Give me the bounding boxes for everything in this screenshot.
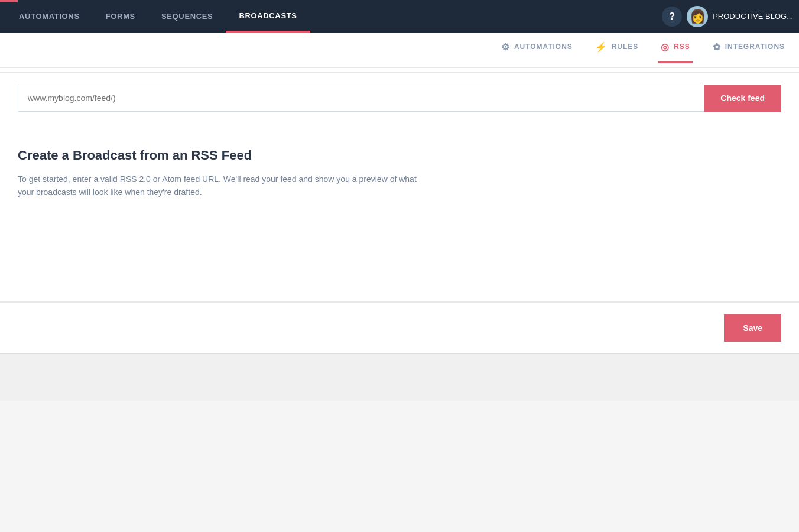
sub-nav-integrations[interactable]: ✿ INTEGRATIONS bbox=[710, 33, 787, 63]
feed-row: Check feed bbox=[18, 85, 781, 112]
sub-nav-automations[interactable]: ⚙ AUTOMATIONS bbox=[499, 33, 575, 63]
save-area: Save bbox=[0, 302, 799, 353]
page-footer bbox=[0, 353, 799, 401]
content-title: Create a Broadcast from an RSS Feed bbox=[18, 148, 781, 163]
main-content: Create a Broadcast from an RSS Feed To g… bbox=[0, 124, 799, 301]
sub-nav-rules[interactable]: ⚡ RULES bbox=[593, 33, 641, 63]
help-button[interactable]: ? bbox=[662, 7, 682, 27]
rules-icon: ⚡ bbox=[595, 41, 608, 53]
top-nav-left: AUTOMATIONS FORMS SEQUENCES BROADCASTS bbox=[6, 0, 310, 33]
accent-bar bbox=[0, 0, 18, 2]
nav-item-sequences[interactable]: SEQUENCES bbox=[148, 0, 226, 33]
nav-item-broadcasts[interactable]: BROADCASTS bbox=[226, 0, 310, 33]
integrations-icon: ✿ bbox=[713, 41, 721, 53]
spacer-top2 bbox=[0, 68, 799, 73]
blog-name: PRODUCTIVE BLOG... bbox=[713, 12, 793, 21]
save-button[interactable]: Save bbox=[724, 314, 781, 342]
sub-nav: ⚙ AUTOMATIONS ⚡ RULES ◎ RSS ✿ INTEGRATIO… bbox=[0, 33, 799, 63]
automations-icon: ⚙ bbox=[501, 41, 510, 53]
avatar: 👩 bbox=[687, 6, 708, 27]
sub-nav-rss[interactable]: ◎ RSS bbox=[658, 33, 693, 63]
top-nav: AUTOMATIONS FORMS SEQUENCES BROADCASTS ?… bbox=[0, 0, 799, 33]
nav-item-automations[interactable]: AUTOMATIONS bbox=[6, 0, 93, 33]
check-feed-button[interactable]: Check feed bbox=[704, 85, 781, 112]
top-nav-right: ? 👩 PRODUCTIVE BLOG... bbox=[662, 6, 799, 27]
nav-item-forms[interactable]: FORMS bbox=[93, 0, 148, 33]
spacer-top bbox=[0, 63, 799, 68]
rss-icon: ◎ bbox=[661, 41, 670, 53]
feed-url-input[interactable] bbox=[18, 85, 704, 112]
user-avatar-container[interactable]: 👩 PRODUCTIVE BLOG... bbox=[687, 6, 793, 27]
feed-section: Check feed bbox=[0, 73, 799, 124]
content-description: To get started, enter a valid RSS 2.0 or… bbox=[18, 173, 420, 199]
